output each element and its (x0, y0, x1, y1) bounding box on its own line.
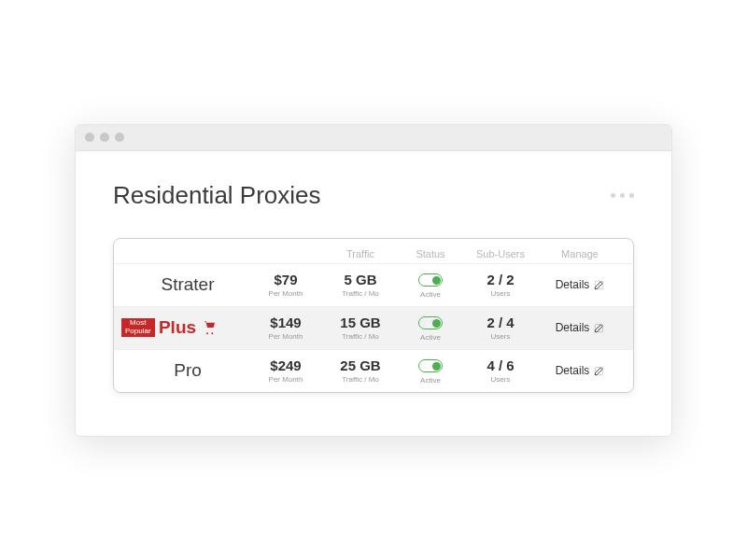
plan-row: Most Popular Plus $149 Per Month 15 GB T… (114, 306, 633, 349)
dot-icon (611, 193, 615, 198)
toggle-knob-icon (432, 276, 441, 285)
details-button[interactable]: Details (538, 364, 622, 377)
toggle-knob-icon (432, 362, 441, 371)
details-label: Details (556, 278, 590, 291)
plans-table: _ _ Traffic Status Sub-Users Manage Stra… (113, 238, 634, 393)
plan-row: Strater $79 Per Month 5 GB Traffic / Mo … (114, 263, 633, 306)
plan-subusers: 2 / 4 (463, 315, 538, 330)
plan-price: $149 (248, 315, 323, 330)
window-dot-icon (100, 133, 109, 142)
traffic-sublabel: Traffic / Mo (323, 332, 398, 341)
header-traffic: Traffic (323, 248, 398, 259)
table-header-row: _ _ Traffic Status Sub-Users Manage (114, 239, 633, 263)
plan-traffic: 25 GB (323, 357, 398, 373)
traffic-sublabel: Traffic / Mo (323, 289, 398, 298)
plan-subusers: 2 / 2 (463, 272, 538, 287)
status-label: Active (398, 333, 463, 342)
dot-icon (629, 193, 634, 198)
titlebar (76, 125, 671, 151)
plan-name: Plus (159, 317, 196, 338)
toggle-knob-icon (432, 319, 441, 328)
price-sublabel: Per Month (248, 375, 323, 384)
header-manage: Manage (538, 248, 622, 259)
status-toggle[interactable] (418, 316, 443, 329)
edit-icon (594, 366, 604, 376)
price-sublabel: Per Month (248, 289, 323, 298)
status-label: Active (398, 376, 463, 385)
plan-name: Pro (174, 360, 202, 381)
subusers-sublabel: Users (463, 375, 538, 384)
traffic-sublabel: Traffic / Mo (323, 375, 398, 384)
status-toggle[interactable] (418, 359, 443, 372)
subusers-sublabel: Users (463, 332, 538, 341)
details-button[interactable]: Details (538, 278, 622, 291)
page-header: Residential Proxies (113, 181, 634, 210)
content-area: Residential Proxies _ _ Traffic Status S… (76, 151, 671, 436)
app-window: Residential Proxies _ _ Traffic Status S… (75, 124, 672, 437)
most-popular-badge: Most Popular (121, 318, 155, 337)
subusers-sublabel: Users (463, 289, 538, 298)
status-label: Active (398, 290, 463, 299)
plan-price: $249 (248, 357, 323, 373)
details-button[interactable]: Details (538, 321, 622, 334)
window-dot-icon (85, 133, 94, 142)
dot-icon (620, 193, 625, 198)
plan-traffic: 15 GB (323, 315, 398, 330)
plan-traffic: 5 GB (323, 272, 398, 287)
window-dot-icon (115, 133, 124, 142)
plan-subusers: 4 / 6 (463, 357, 538, 373)
more-options-button[interactable] (611, 193, 634, 198)
edit-icon (594, 280, 604, 290)
plan-price: $79 (248, 272, 323, 287)
header-status: Status (398, 248, 463, 259)
details-label: Details (556, 321, 590, 334)
header-subusers: Sub-Users (463, 248, 538, 259)
edit-icon (594, 323, 604, 333)
plan-name: Strater (161, 274, 214, 295)
page-title: Residential Proxies (113, 181, 321, 210)
price-sublabel: Per Month (248, 332, 323, 341)
details-label: Details (556, 364, 590, 377)
cart-icon (202, 320, 217, 335)
plan-row: Pro $249 Per Month 25 GB Traffic / Mo Ac… (114, 349, 633, 392)
status-toggle[interactable] (418, 273, 443, 287)
